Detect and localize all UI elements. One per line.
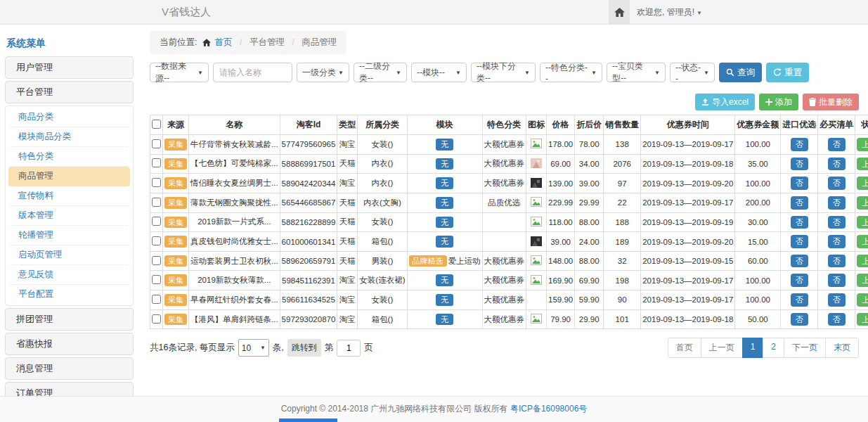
cell-source: 采集 <box>163 212 189 232</box>
must-buy-toggle[interactable]: 否 <box>828 177 846 190</box>
search-button[interactable]: 查询 <box>719 63 762 82</box>
status-toggle[interactable]: 上架 <box>857 177 868 190</box>
cell-coupon-time: 2019-09-13—2019-09-17 <box>641 135 735 155</box>
import-excel-button[interactable]: 导入excel <box>695 94 755 110</box>
page-button[interactable]: 1 <box>742 338 764 358</box>
page-button[interactable]: 首页 <box>668 338 701 358</box>
jump-page-input[interactable] <box>337 340 361 357</box>
sidebar-sub-item[interactable]: 启动页管理 <box>8 245 130 265</box>
status-toggle[interactable]: 上架 <box>857 216 868 229</box>
row-checkbox[interactable] <box>152 314 161 324</box>
sidebar-sub-item-active[interactable]: 商品管理 <box>8 167 130 186</box>
home-button[interactable] <box>609 0 630 24</box>
must-buy-toggle[interactable]: 否 <box>828 313 846 326</box>
module-filter[interactable]: --模块--▼ <box>411 63 467 82</box>
must-buy-toggle[interactable]: 否 <box>828 138 846 151</box>
feature-category-filter[interactable]: --特色分类--▼ <box>540 63 602 82</box>
cell-checkbox <box>150 232 163 252</box>
column-header: 优惠券时间 <box>641 115 735 135</box>
sidebar-group-item[interactable]: 平台管理 <box>5 81 134 103</box>
table-row: 采集真皮钱包时尚优雅女士...601000601341天猫箱包()无39.002… <box>150 232 868 252</box>
status-toggle[interactable]: 上架 <box>857 274 868 287</box>
plus-icon <box>765 98 772 106</box>
sidebar-sub-item[interactable]: 模块商品分类 <box>8 127 130 147</box>
sidebar-group-item[interactable]: 拼团管理 <box>5 308 134 331</box>
chevron-down-icon: ▼ <box>524 70 530 76</box>
import-select-toggle[interactable]: 否 <box>791 235 808 248</box>
import-select-toggle[interactable]: 否 <box>791 196 808 210</box>
status-toggle[interactable]: 上架 <box>857 158 868 171</box>
page-size-select[interactable]: 10▼ <box>238 339 269 357</box>
cell-coupon-time: 2019-09-13—2019-09-18 <box>641 309 735 329</box>
must-buy-toggle[interactable]: 否 <box>828 216 846 229</box>
breadcrumb-home-link[interactable]: 首页 <box>214 37 232 47</box>
status-toggle[interactable]: 上架 <box>857 313 868 326</box>
import-select-toggle[interactable]: 否 <box>791 274 808 287</box>
sidebar-sub-item[interactable]: 宣传物料 <box>8 186 130 206</box>
category-level1-filter[interactable]: 一级分类▼ <box>297 63 349 82</box>
row-checkbox[interactable] <box>152 295 161 304</box>
status-toggle[interactable]: 上架 <box>857 196 868 210</box>
must-buy-toggle[interactable]: 否 <box>828 293 846 307</box>
source-filter[interactable]: --数据来源--▼ <box>150 63 209 82</box>
sidebar-group-item[interactable]: 订单管理 <box>5 382 134 396</box>
page-button[interactable]: 下一页 <box>784 338 826 358</box>
row-checkbox[interactable] <box>152 158 161 167</box>
user-menu[interactable]: 欢迎您, 管理员!▼ <box>637 0 702 25</box>
page-button[interactable]: 上一页 <box>701 338 743 358</box>
search-icon <box>726 68 734 77</box>
icp-link[interactable]: 粤ICP备16098006号 <box>510 404 587 414</box>
must-buy-toggle[interactable]: 否 <box>828 255 846 268</box>
must-buy-toggle[interactable]: 否 <box>828 158 846 171</box>
cell-coupon-time: 2019-09-13—2019-09-15 <box>641 251 735 271</box>
sidebar-group-item[interactable]: 省惠快报 <box>5 333 134 355</box>
add-button[interactable]: 添加 <box>759 94 798 110</box>
row-checkbox[interactable] <box>152 236 161 245</box>
sidebar-sub-item[interactable]: 平台配置 <box>8 285 130 304</box>
row-checkbox[interactable] <box>152 178 161 187</box>
status-filter[interactable]: --状态--▼ <box>670 63 715 82</box>
import-select-toggle[interactable]: 否 <box>791 177 808 190</box>
sidebar-sub-item[interactable]: 轮播管理 <box>8 226 130 245</box>
sidebar-sub-item[interactable]: 意见反馈 <box>8 265 130 285</box>
status-toggle[interactable]: 上架 <box>857 293 868 307</box>
page-button[interactable]: 2 <box>763 338 784 358</box>
row-checkbox[interactable] <box>152 139 161 148</box>
page-button[interactable]: 末页 <box>825 338 859 358</box>
select-all-checkbox[interactable] <box>152 120 161 129</box>
import-select-toggle[interactable]: 否 <box>791 138 808 151</box>
module-sub-filter[interactable]: --模块下分类--▼ <box>471 63 536 82</box>
status-toggle[interactable]: 上架 <box>857 138 868 151</box>
import-select-toggle[interactable]: 否 <box>791 255 808 268</box>
sidebar-group-item[interactable]: 消息管理 <box>5 357 134 380</box>
status-toggle[interactable]: 上架 <box>857 255 868 268</box>
sidebar-group-item[interactable]: 用户管理 <box>5 56 134 79</box>
import-select-toggle[interactable]: 否 <box>791 158 808 171</box>
batch-delete-button[interactable]: 批量删除 <box>803 94 859 110</box>
status-toggle[interactable]: 上架 <box>857 235 868 248</box>
chevron-down-icon: ▼ <box>338 70 344 76</box>
import-select-toggle[interactable]: 否 <box>791 216 808 229</box>
must-buy-toggle[interactable]: 否 <box>828 196 846 210</box>
sidebar-sub-item[interactable]: 商品分类 <box>8 108 130 127</box>
must-buy-toggle[interactable]: 否 <box>828 274 846 287</box>
name-search-input[interactable] <box>213 63 292 82</box>
import-select-toggle[interactable]: 否 <box>791 293 808 307</box>
sidebar-sub-item[interactable]: 特色分类 <box>8 147 130 167</box>
must-buy-toggle[interactable]: 否 <box>828 235 846 248</box>
sidebar-sub-item[interactable]: 版本管理 <box>8 206 130 226</box>
cell-type: 淘宝 <box>337 290 358 310</box>
row-checkbox[interactable] <box>152 256 161 265</box>
cell-price: 229.99 <box>547 193 575 212</box>
row-checkbox[interactable] <box>152 198 161 207</box>
item-type-filter[interactable]: --宝贝类型--▼ <box>607 63 666 82</box>
reset-button[interactable]: 重置 <box>766 63 809 82</box>
row-checkbox[interactable] <box>152 217 161 226</box>
category-level2-filter[interactable]: --二级分类--▼ <box>354 63 407 82</box>
column-header: 进口优选 <box>781 115 818 135</box>
row-checkbox[interactable] <box>152 275 161 284</box>
import-select-toggle[interactable]: 否 <box>791 313 808 326</box>
table-row: 采集2019新款女秋薄款...598451162391淘宝女装(连衣裙)无大额优… <box>150 271 868 290</box>
sidebar-title: 系统菜单 <box>5 34 134 56</box>
jump-to-button[interactable]: 跳转到 <box>287 339 321 357</box>
